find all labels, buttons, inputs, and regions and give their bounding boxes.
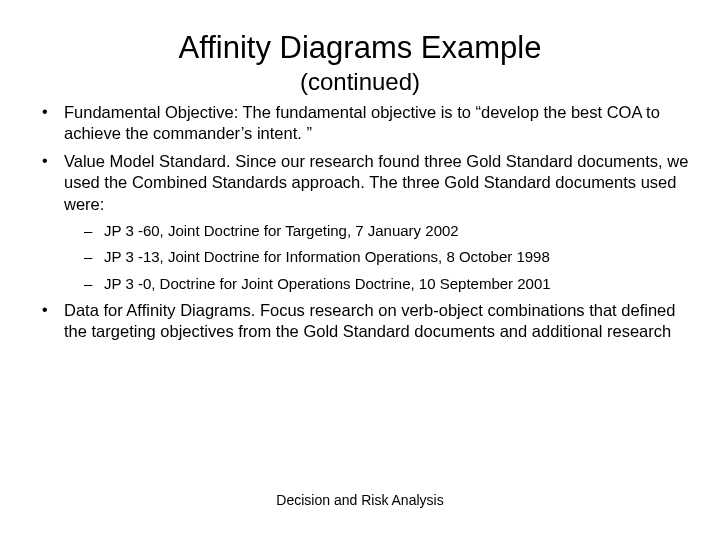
list-item: Data for Affinity Diagrams. Focus resear… — [42, 300, 700, 343]
bullet-text: Fundamental Objective: The fundamental o… — [64, 103, 660, 142]
list-item: JP 3 -13, Joint Doctrine for Information… — [84, 247, 700, 267]
slide-title: Affinity Diagrams Example — [20, 30, 700, 66]
list-item: JP 3 -60, Joint Doctrine for Targeting, … — [84, 221, 700, 241]
bullet-text: Data for Affinity Diagrams. Focus resear… — [64, 301, 675, 340]
footer-text: Decision and Risk Analysis — [0, 492, 720, 508]
bullet-list: Fundamental Objective: The fundamental o… — [20, 102, 700, 343]
list-item: Value Model Standard. Since our research… — [42, 151, 700, 294]
sub-bullet-list: JP 3 -60, Joint Doctrine for Targeting, … — [64, 221, 700, 294]
slide-subtitle: (continued) — [20, 68, 700, 96]
bullet-text: Value Model Standard. Since our research… — [64, 152, 688, 213]
list-item: JP 3 -0, Doctrine for Joint Operations D… — [84, 274, 700, 294]
list-item: Fundamental Objective: The fundamental o… — [42, 102, 700, 145]
